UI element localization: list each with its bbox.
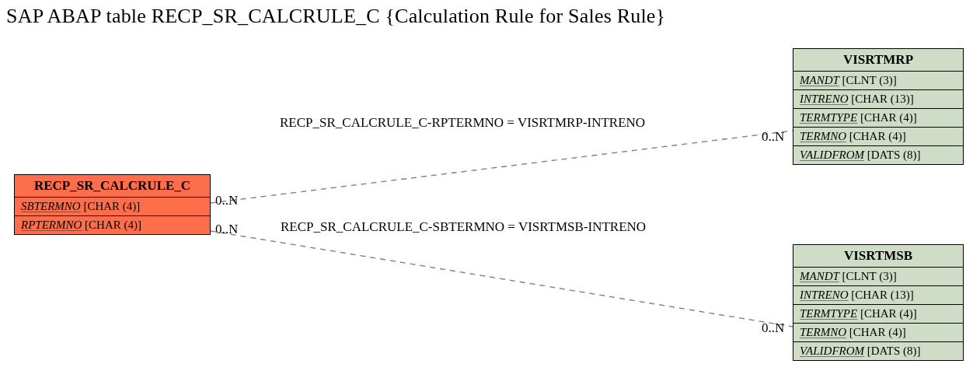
cardinality-left-r2: 0..N [215,222,238,237]
relation-label-r1: RECP_SR_CALCRULE_C-RPTERMNO = VISRTMRP-I… [280,115,645,131]
entity-field-row: TERMTYPE [CHAR (4)] [793,108,963,127]
entity-field-row: TERMNO [CHAR (4)] [793,127,963,145]
entity-field-row: INTRENO [CHAR (13)] [793,285,963,304]
field-type: [CHAR (13)] [851,289,913,301]
field-type: [CHAR (4)] [860,307,917,320]
field-type: [CHAR (4)] [860,111,917,124]
field-name: TERMNO [800,130,846,142]
field-name: MANDT [800,270,839,282]
field-name: MANDT [800,74,839,86]
cardinality-right-r1: 0..N [762,129,784,145]
entity-visrtmsb: VISRTMSB MANDT [CLNT (3)] INTRENO [CHAR … [793,244,964,361]
field-name: VALIDFROM [800,345,864,357]
page-title: SAP ABAP table RECP_SR_CALCRULE_C {Calcu… [6,5,665,28]
entity-header: VISRTMRP [793,49,963,72]
field-name: RPTERMNO [21,219,82,231]
relation-label-r2: RECP_SR_CALCRULE_C-SBTERMNO = VISRTMSB-I… [281,219,646,235]
field-name: TERMNO [800,326,846,338]
entity-field-row: MANDT [CLNT (3)] [793,268,963,285]
field-type: [CHAR (4)] [85,219,141,231]
entity-recp-sr-calcrule-c: RECP_SR_CALCRULE_C SBTERMNO [CHAR (4)] R… [14,174,211,235]
field-name: INTRENO [800,93,849,105]
entity-header: VISRTMSB [793,245,963,268]
cardinality-right-r2: 0..N [762,320,784,336]
entity-field-row: VALIDFROM [DATS (8)] [793,145,963,164]
entity-visrtmrp: VISRTMRP MANDT [CLNT (3)] INTRENO [CHAR … [793,48,964,165]
cardinality-left-r1: 0..N [215,193,238,208]
field-type: [CHAR (4)] [849,326,906,338]
field-name: SBTERMNO [21,200,81,212]
entity-field-row: VALIDFROM [DATS (8)] [793,341,963,360]
entity-field-row: TERMNO [CHAR (4)] [793,323,963,341]
field-name: TERMTYPE [800,111,857,124]
entity-field-row: RPTERMNO [CHAR (4)] [15,215,210,234]
field-name: INTRENO [800,289,849,301]
entity-field-row: TERMTYPE [CHAR (4)] [793,304,963,323]
field-type: [CHAR (4)] [849,130,906,142]
svg-line-1 [211,231,793,327]
entity-header: RECP_SR_CALCRULE_C [15,175,210,198]
entity-field-row: MANDT [CLNT (3)] [793,72,963,89]
field-type: [CLNT (3)] [842,270,897,282]
field-type: [CHAR (13)] [851,93,913,105]
field-name: VALIDFROM [800,149,864,161]
field-type: [DATS (8)] [867,149,921,161]
field-name: TERMTYPE [800,307,857,320]
entity-field-row: INTRENO [CHAR (13)] [793,89,963,108]
svg-line-0 [211,131,793,203]
field-type: [CLNT (3)] [842,74,897,86]
entity-field-row: SBTERMNO [CHAR (4)] [15,198,210,215]
field-type: [CHAR (4)] [83,200,140,212]
field-type: [DATS (8)] [867,345,921,357]
